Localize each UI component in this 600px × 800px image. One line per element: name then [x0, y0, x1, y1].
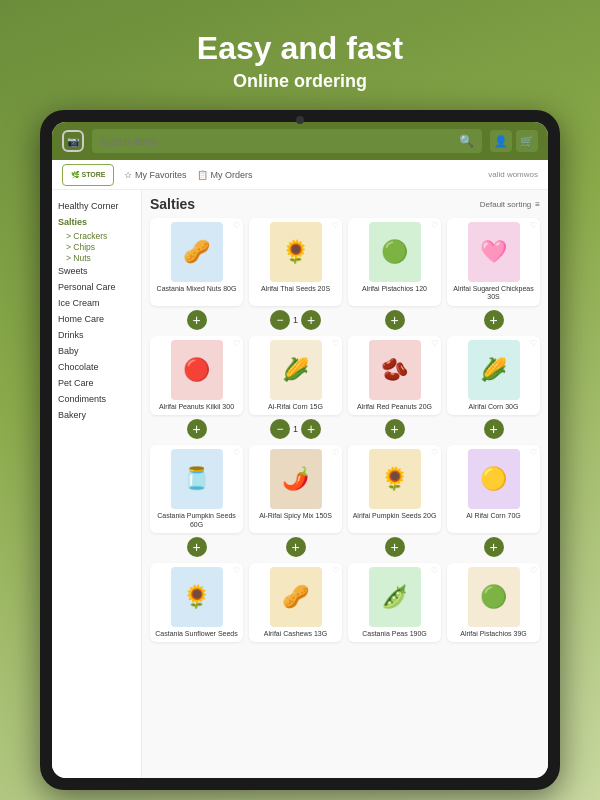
top-bar-buttons: 👤 🛒	[490, 130, 538, 152]
product-image: 🫘	[369, 340, 421, 400]
product-name: Al-Rifai Spicy Mix 150S	[259, 512, 332, 520]
wishlist-icon[interactable]: ♡	[431, 448, 438, 457]
search-icon: 🔍	[459, 134, 474, 148]
sidebar-item-chips[interactable]: Chips	[58, 241, 135, 252]
orders-link[interactable]: 📋 My Orders	[197, 170, 253, 180]
wishlist-icon[interactable]: ♡	[530, 221, 537, 230]
product-card[interactable]: ♡ 🫙 Castania Pumpkin Seeds 60G	[150, 445, 243, 533]
main-subtitle: Online ordering	[197, 71, 403, 92]
sidebar-item-ice-cream[interactable]: Ice Cream	[58, 295, 135, 311]
product-grid-row1: ♡ 🥜 Castania Mixed Nuts 80G ♡ 🌻 Alrifai …	[150, 218, 540, 306]
add-btn-r2-1[interactable]: +	[150, 419, 243, 439]
product-name: Alrifai Cashews 13G	[264, 630, 327, 638]
add-btn-r2-4[interactable]: +	[447, 419, 540, 439]
product-card[interactable]: ♡ 🫛 Castania Peas 190G	[348, 563, 441, 642]
product-card[interactable]: ♡ 🌻 Alrifai Thai Seeds 20S	[249, 218, 342, 306]
sidebar-item-drinks[interactable]: Drinks	[58, 327, 135, 343]
add-btn-3[interactable]: +	[348, 310, 441, 330]
product-image: 🔴	[171, 340, 223, 400]
add-btn-r3-2[interactable]: +	[249, 537, 342, 557]
wishlist-icon[interactable]: ♡	[530, 448, 537, 457]
product-name: Castania Sunflower Seeds	[155, 630, 238, 638]
product-name: Al-Rifai Corn 15G	[268, 403, 323, 411]
sidebar-item-personal-care[interactable]: Personal Care	[58, 279, 135, 295]
search-bar[interactable]: 🔍	[92, 129, 482, 153]
sidebar-item-crackers[interactable]: Crackers	[58, 230, 135, 241]
add-btn-row2: + − 1 + + +	[150, 419, 540, 439]
product-name: Al Rifai Corn 70G	[466, 512, 520, 520]
wishlist-icon[interactable]: ♡	[233, 221, 240, 230]
minus-btn-1[interactable]: −	[270, 310, 290, 330]
add-btn-r3-1[interactable]: +	[150, 537, 243, 557]
add-btn-r2-3[interactable]: +	[348, 419, 441, 439]
product-image: 🟡	[468, 449, 520, 509]
minus-btn-2[interactable]: −	[270, 419, 290, 439]
sort-area[interactable]: Default sorting ≡	[480, 200, 540, 209]
product-name: Alrifai Pistachios 39G	[460, 630, 527, 638]
sidebar-item-pet-care[interactable]: Pet Care	[58, 375, 135, 391]
sidebar-item-baby[interactable]: Baby	[58, 343, 135, 359]
sidebar-item-healthy[interactable]: Healthy Corner	[58, 198, 135, 214]
wishlist-icon[interactable]: ♡	[332, 221, 339, 230]
product-image: 🌽	[270, 340, 322, 400]
sidebar-item-nuts[interactable]: Nuts	[58, 252, 135, 263]
wishlist-icon[interactable]: ♡	[431, 339, 438, 348]
instagram-icon[interactable]: 📷	[62, 130, 84, 152]
product-image: 🌻	[270, 222, 322, 282]
wishlist-icon[interactable]: ♡	[233, 339, 240, 348]
wishlist-icon[interactable]: ♡	[233, 448, 240, 457]
plus-qty-btn-1[interactable]: +	[301, 310, 321, 330]
product-card[interactable]: ♡ 🫘 Alrifai Red Peanuts 20G	[348, 336, 441, 415]
sidebar-item-sweets[interactable]: Sweets	[58, 263, 135, 279]
wishlist-icon[interactable]: ♡	[233, 566, 240, 575]
favorites-link[interactable]: ☆ My Favorites	[124, 170, 187, 180]
sidebar-item-salties[interactable]: Salties	[58, 214, 135, 230]
product-grid-row4: ♡ 🌻 Castania Sunflower Seeds ♡ 🥜 Alrifai…	[150, 563, 540, 642]
product-card[interactable]: ♡ 🥜 Castania Mixed Nuts 80G	[150, 218, 243, 306]
product-card[interactable]: ♡ 🟡 Al Rifai Corn 70G	[447, 445, 540, 533]
sort-icon: ≡	[535, 200, 540, 209]
wishlist-icon[interactable]: ♡	[332, 339, 339, 348]
add-btn-r3-3[interactable]: +	[348, 537, 441, 557]
product-area-header: Salties Default sorting ≡	[150, 196, 540, 212]
product-card[interactable]: ♡ 🌽 Alrifai Corn 30G	[447, 336, 540, 415]
add-btn-r3-4[interactable]: +	[447, 537, 540, 557]
product-grid-row3: ♡ 🫙 Castania Pumpkin Seeds 60G ♡ 🌶️ Al-R…	[150, 445, 540, 533]
product-card[interactable]: ♡ 🟢 Alrifai Pistachios 120	[348, 218, 441, 306]
product-name: Alrifai Peanuts Kilkil 300	[159, 403, 234, 411]
header-text: Easy and fast Online ordering	[197, 30, 403, 92]
wishlist-icon[interactable]: ♡	[332, 566, 339, 575]
product-card[interactable]: ♡ 🩷 Alrifai Sugared Chickpeas 30S	[447, 218, 540, 306]
sidebar-item-condiments[interactable]: Condiments	[58, 391, 135, 407]
product-area: Salties Default sorting ≡ ♡ 🥜 Castania M…	[142, 190, 548, 778]
wishlist-icon[interactable]: ♡	[431, 566, 438, 575]
plus-qty-btn-2[interactable]: +	[301, 419, 321, 439]
product-card[interactable]: ♡ 🟢 Alrifai Pistachios 39G	[447, 563, 540, 642]
search-input[interactable]	[100, 136, 459, 147]
wishlist-icon[interactable]: ♡	[431, 221, 438, 230]
sidebar-item-bakery[interactable]: Bakery	[58, 407, 135, 423]
sidebar-item-home-care[interactable]: Home Care	[58, 311, 135, 327]
product-card[interactable]: ♡ 🔴 Alrifai Peanuts Kilkil 300	[150, 336, 243, 415]
product-card[interactable]: ♡ 🌻 Alrifai Pumpkin Seeds 20G	[348, 445, 441, 533]
cart-button[interactable]: 🛒	[516, 130, 538, 152]
add-btn-1[interactable]: +	[150, 310, 243, 330]
product-image: 🌽	[468, 340, 520, 400]
user-button[interactable]: 👤	[490, 130, 512, 152]
product-card[interactable]: ♡ 🌶️ Al-Rifai Spicy Mix 150S	[249, 445, 342, 533]
product-image: 🫙	[171, 449, 223, 509]
product-card[interactable]: ♡ 🌽 Al-Rifai Corn 15G	[249, 336, 342, 415]
qty-control-2: − 1 +	[249, 419, 342, 439]
sidebar-item-chocolate[interactable]: Chocolate	[58, 359, 135, 375]
wishlist-icon[interactable]: ♡	[530, 566, 537, 575]
top-bar: 📷 🔍 👤 🛒	[52, 122, 548, 160]
product-card[interactable]: ♡ 🥜 Alrifai Cashews 13G	[249, 563, 342, 642]
add-btn-4[interactable]: +	[447, 310, 540, 330]
second-bar: 🌿 STORE ☆ My Favorites 📋 My Orders valid…	[52, 160, 548, 190]
product-image: 🟢	[369, 222, 421, 282]
wishlist-icon[interactable]: ♡	[332, 448, 339, 457]
product-name: Castania Pumpkin Seeds 60G	[154, 512, 239, 529]
main-title: Easy and fast	[197, 30, 403, 67]
wishlist-icon[interactable]: ♡	[530, 339, 537, 348]
product-card[interactable]: ♡ 🌻 Castania Sunflower Seeds	[150, 563, 243, 642]
